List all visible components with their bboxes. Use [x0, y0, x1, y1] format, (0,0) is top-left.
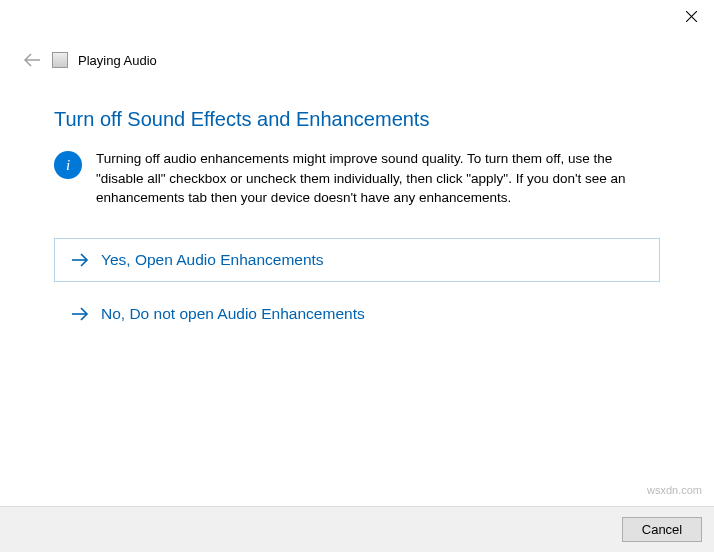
content-area: Turn off Sound Effects and Enhancements …: [0, 80, 714, 336]
header: Playing Audio: [0, 40, 714, 80]
info-row: i Turning off audio enhancements might i…: [54, 149, 660, 208]
watermark: wsxdn.com: [647, 484, 702, 496]
arrow-right-icon: [71, 253, 89, 267]
back-arrow-icon: [23, 53, 41, 67]
back-button[interactable]: [22, 50, 42, 70]
option-label: Yes, Open Audio Enhancements: [101, 251, 324, 269]
close-button[interactable]: [668, 0, 714, 32]
option-no-do-not-open[interactable]: No, Do not open Audio Enhancements: [54, 292, 660, 336]
close-icon: [686, 11, 697, 22]
page-heading: Turn off Sound Effects and Enhancements: [54, 108, 660, 131]
arrow-right-icon: [71, 307, 89, 321]
app-icon: [52, 52, 68, 68]
cancel-button[interactable]: Cancel: [622, 517, 702, 542]
app-title: Playing Audio: [78, 53, 157, 68]
option-label: No, Do not open Audio Enhancements: [101, 305, 365, 323]
info-text: Turning off audio enhancements might imp…: [96, 149, 660, 208]
titlebar: [0, 0, 714, 40]
info-icon: i: [54, 151, 82, 179]
option-yes-open-enhancements[interactable]: Yes, Open Audio Enhancements: [54, 238, 660, 282]
footer: Cancel: [0, 506, 714, 552]
